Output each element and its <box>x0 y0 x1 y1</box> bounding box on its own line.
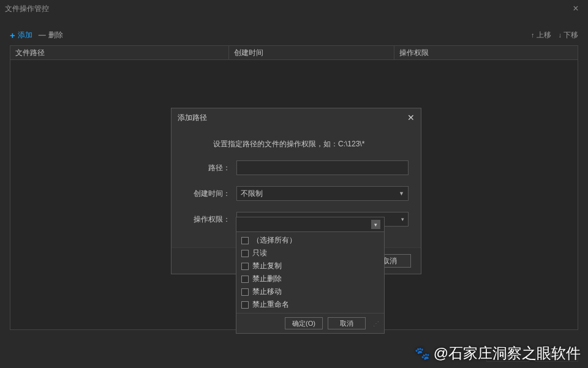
watermark-text: @石家庄洞察之眼软件 <box>434 344 581 363</box>
dropdown-item-nomove[interactable]: 禁止移动 <box>236 285 384 298</box>
dropdown-item-nodelete[interactable]: 禁止删除 <box>236 272 384 285</box>
dialog-hint: 设置指定路径的文件的操作权限，如：C:\123\* <box>213 139 409 149</box>
path-label: 路径： <box>184 163 236 173</box>
permission-label: 操作权限： <box>184 214 236 225</box>
dropdown-item-label: 只读 <box>252 248 267 258</box>
dropdown-item-norename[interactable]: 禁止重命名 <box>236 298 384 311</box>
close-icon[interactable]: × <box>568 3 583 14</box>
dropdown-footer: 确定(O) 取消 ⋰ <box>236 313 384 333</box>
dropdown-item-readonly[interactable]: 只读 <box>236 247 384 260</box>
delete-button[interactable]: — 删除 <box>39 30 63 40</box>
dialog-close-icon[interactable]: ✕ <box>407 113 415 122</box>
window-title: 文件操作管控 <box>5 4 49 14</box>
arrow-up-icon: ↑ <box>531 31 535 39</box>
row-path: 路径： <box>184 160 409 175</box>
dropdown-caret-icon: ▾ <box>371 220 380 229</box>
caret-down-icon: ▼ <box>399 190 404 197</box>
th-path[interactable]: 文件路径 <box>10 46 229 59</box>
resize-grip-icon[interactable]: ⋰ <box>373 320 379 327</box>
dropdown-item-nocopy[interactable]: 禁止复制 <box>236 260 384 272</box>
row-created: 创建时间： 不限制 ▼ <box>184 186 409 201</box>
dropdown-trigger[interactable]: ▾ <box>236 217 384 232</box>
table-header: 文件路径 创建时间 操作权限 <box>10 46 578 60</box>
checkbox[interactable] <box>241 276 249 283</box>
move-up-button[interactable]: ↑ 上移 <box>531 30 551 40</box>
checkbox[interactable] <box>241 301 249 309</box>
created-value: 不限制 <box>241 189 263 199</box>
checkbox[interactable] <box>241 250 249 257</box>
dialog-titlebar: 添加路径 ✕ <box>172 108 421 127</box>
dialog-title: 添加路径 <box>178 113 207 123</box>
dropdown-item-label: （选择所有） <box>252 235 296 246</box>
dropdown-item-label: 禁止删除 <box>252 274 282 284</box>
plus-icon: + <box>10 30 15 40</box>
checkbox[interactable] <box>241 288 249 296</box>
minus-icon: — <box>39 31 46 39</box>
created-label: 创建时间： <box>184 189 236 199</box>
dropdown-ok-button[interactable]: 确定(O) <box>285 317 323 329</box>
path-input[interactable] <box>236 160 409 175</box>
paw-icon: 🐾 <box>415 346 430 361</box>
checkbox[interactable] <box>241 263 249 270</box>
toolbar-right: ↑ 上移 ↓ 下移 <box>531 30 578 40</box>
checkbox[interactable] <box>241 237 249 244</box>
watermark: 🐾 @石家庄洞察之眼软件 <box>415 344 581 363</box>
dropdown-item-label: 禁止重命名 <box>252 299 289 310</box>
created-select[interactable]: 不限制 ▼ <box>236 186 409 201</box>
th-permission[interactable]: 操作权限 <box>394 46 578 59</box>
arrow-down-icon: ↓ <box>559 31 562 39</box>
add-label: 添加 <box>18 30 32 40</box>
titlebar: 文件操作管控 × <box>0 0 588 17</box>
toolbar-left: + 添加 — 删除 <box>10 30 63 40</box>
dropdown-item-label: 禁止复制 <box>252 261 282 271</box>
dropdown-item-select-all[interactable]: （选择所有） <box>236 234 384 247</box>
toolbar: + 添加 — 删除 ↑ 上移 ↓ 下移 <box>10 27 578 43</box>
move-down-button[interactable]: ↓ 下移 <box>559 30 579 40</box>
move-down-label: 下移 <box>564 30 578 40</box>
dropdown-cancel-button[interactable]: 取消 <box>328 317 366 329</box>
add-button[interactable]: + 添加 <box>10 30 32 40</box>
th-created[interactable]: 创建时间 <box>229 46 394 59</box>
caret-down-icon: ▾ <box>401 216 404 222</box>
delete-label: 删除 <box>48 30 63 40</box>
dropdown-list: （选择所有） 只读 禁止复制 禁止删除 禁止移动 禁止重命名 <box>236 232 384 313</box>
dropdown-item-label: 禁止移动 <box>252 287 282 297</box>
permission-dropdown: ▾ （选择所有） 只读 禁止复制 禁止删除 禁止移动 禁止重命名 确定(O) 取… <box>236 217 385 334</box>
move-up-label: 上移 <box>537 30 551 40</box>
